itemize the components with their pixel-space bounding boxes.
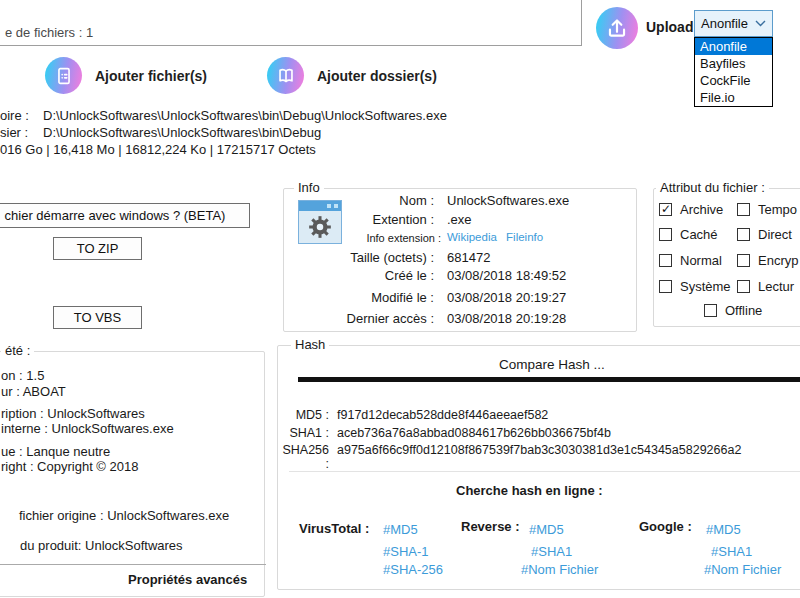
compare-hash-button[interactable]: Compare Hash ... [499,357,605,372]
checkbox-temporaire[interactable] [737,203,750,216]
google-sha1-link[interactable]: #SHA1 [711,544,752,559]
info-value-extension: .exe [447,212,472,227]
info-label-extension: Extention : [284,212,434,227]
info-panel: Info Nom : UnlockSoftwares.exe Extention… [283,188,637,332]
info-value-nom: UnlockSoftwares.exe [447,193,569,208]
virustotal-sha256-link[interactable]: #SHA-256 [383,562,443,577]
fileinfo-link[interactable]: Fileinfo [506,231,543,243]
reverse-sha1-link[interactable]: #SHA1 [531,544,572,559]
sha256-label: SHA256 : [278,443,329,471]
hash-panel: Hash Compare Hash ... MD5 : f917d12decab… [277,345,800,590]
dropdown-item-fileio[interactable]: File.io [695,89,772,106]
upload-host-select[interactable]: Anonfile [694,10,773,37]
property-nom-interne: interne : UnlockSoftwares.exe [1,421,174,436]
properties-panel: été : on : 1.5 ur : ABOAT ription : Unlo… [0,351,265,597]
info-value-modifie: 03/08/2018 20:19:27 [447,290,566,305]
property-auteur: ur : ABOAT [1,384,66,399]
google-nom-fichier-link[interactable]: #Nom Fichier [704,562,781,577]
info-value-cree: 03/08/2018 18:49:52 [447,268,566,283]
hash-panel-title: Hash [291,337,329,352]
property-copyright: right : Copyright © 2018 [1,459,138,474]
checkbox-directory[interactable] [737,228,750,241]
start-with-windows-button[interactable]: chier démarre avec windows ? (BETA) [0,203,250,228]
info-extension-links: Wikipedia Fileinfo [447,231,543,243]
info-label-dernier-acces: Dernier accès : [284,311,434,326]
checkbox-archive[interactable] [659,203,672,216]
path-value: D:\UnlockSoftwares\UnlockSoftwares\bin\D… [43,108,447,123]
checkbox-temporaire-label: Tempo [758,202,797,217]
search-hash-online-label: Cherche hash en ligne : [456,483,603,498]
checkbox-encrypted[interactable] [737,254,750,267]
sha256-value: a975a6f66c9ff0d12108f867539f7bab3c303038… [337,443,741,457]
upload-icon [604,15,630,41]
property-description: ription : UnlockSoftwares [1,406,145,421]
checkbox-cache[interactable] [659,228,672,241]
wikipedia-link[interactable]: Wikipedia [447,231,497,243]
file-count-label: e de fichiers : 1 [5,25,93,40]
upload-host-value: Anonfile [701,16,748,31]
path-label: oire : [0,108,29,123]
property-version: on : 1.5 [1,368,44,383]
checkbox-encrypted-label: Encryp [758,253,798,268]
advanced-properties-button[interactable]: Propriétés avancés [128,572,247,587]
info-label-cree: Créé le : [284,268,434,283]
checkbox-cache-label: Caché [680,227,718,242]
path-row-folder: sier : D:\UnlockSoftwares\UnlockSoftware… [0,125,28,140]
info-label-nom: Nom : [284,193,434,208]
chevron-down-icon [755,20,766,27]
google-md5-link[interactable]: #MD5 [706,522,741,537]
upload-button[interactable] [596,7,638,49]
virustotal-sha1-link[interactable]: #SHA-1 [383,544,429,559]
attributes-panel-title: Attribut du fichier : [656,180,769,195]
checkbox-lecture-label: Lectur [758,279,794,294]
checkbox-archive-label: Archive [680,202,723,217]
path-label: sier : [0,125,28,140]
dropdown-item-anonfile[interactable]: Anonfile [695,38,772,55]
sha1-value: aceb736a76a8abbad0884617b626bb036675bf4b [337,426,611,440]
virustotal-label: VirusTotal : [299,521,369,536]
sha1-label: SHA1 : [278,426,329,440]
to-vbs-button[interactable]: TO VBS [53,306,142,329]
info-value-taille: 681472 [447,250,490,265]
checkbox-systeme-label: Système [680,279,731,294]
checkbox-normal[interactable] [659,254,672,267]
hash-divider [298,377,800,382]
attributes-panel: Attribut du fichier : Archive Tempo Cach… [653,188,800,327]
dropdown-item-cockfile[interactable]: CockFile [695,72,772,89]
google-label: Google : [639,519,692,534]
upload-label: Upload [646,19,693,35]
checkbox-offline[interactable] [704,304,717,317]
properties-panel-title: été : [1,343,34,358]
upload-host-dropdown: Anonfile Bayfiles CockFile File.io [694,37,773,107]
info-label-modifie: Modifié le : [284,290,434,305]
add-files-label: Ajouter fichier(s) [95,68,207,84]
dropdown-item-bayfiles[interactable]: Bayfiles [695,55,772,72]
md5-value: f917d12decab528dde8f446aeeaef582 [337,408,548,422]
app-window: e de fichiers : 1 Ajouter fichier(s) Ajo… [0,0,800,598]
info-label-info-extension: Info extension : [284,232,441,244]
add-files-button[interactable]: Ajouter fichier(s) [45,55,215,97]
reverse-nom-fichier-link[interactable]: #Nom Fichier [521,562,598,577]
file-icon [45,57,82,94]
info-label-taille: Taille (octets) : [284,250,434,265]
add-folders-label: Ajouter dossier(s) [317,68,437,84]
to-zip-button[interactable]: TO ZIP [53,237,142,260]
checkbox-systeme[interactable] [659,280,672,293]
property-nom-produit: du produit: UnlockSoftwares [20,538,183,553]
checkbox-normal-label: Normal [680,253,722,268]
property-langue: ue : Lanque neutre [1,444,110,459]
checkbox-directory-label: Direct [758,227,792,242]
checkbox-offline-label: Offline [725,303,762,318]
path-row-directory: oire : D:\UnlockSoftwares\UnlockSoftware… [0,108,29,123]
md5-label: MD5 : [278,408,329,422]
path-value: D:\UnlockSoftwares\UnlockSoftwares\bin\D… [43,125,321,140]
reverse-label: Reverse : [461,519,520,534]
property-fichier-origine: fichier origine : UnlockSoftwares.exe [19,508,229,523]
info-value-dernier-acces: 03/08/2018 20:19:28 [447,311,566,326]
add-folders-button[interactable]: Ajouter dossier(s) [267,55,437,97]
file-size-line: 016 Go | 16,418 Mo | 16812,224 Ko | 1721… [0,142,316,157]
virustotal-md5-link[interactable]: #MD5 [383,522,418,537]
checkbox-lecture[interactable] [737,280,750,293]
reverse-md5-link[interactable]: #MD5 [529,522,564,537]
folder-icon [267,57,304,94]
